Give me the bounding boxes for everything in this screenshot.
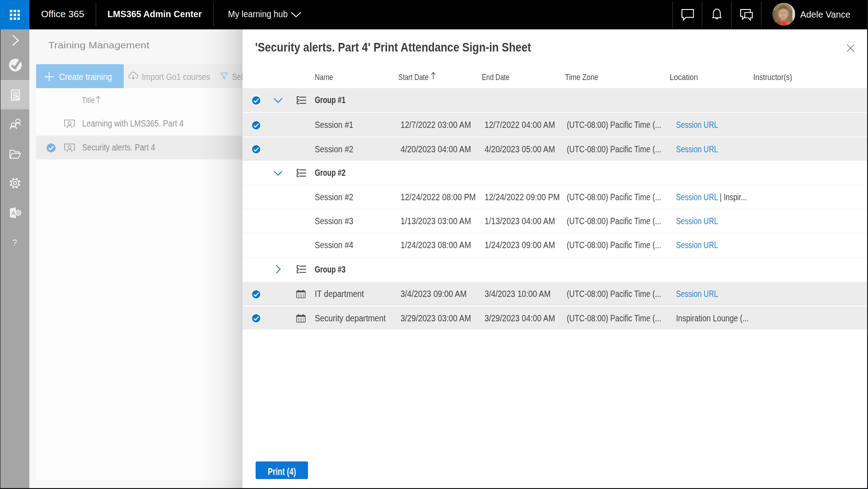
svg-text:A: A (11, 210, 15, 216)
